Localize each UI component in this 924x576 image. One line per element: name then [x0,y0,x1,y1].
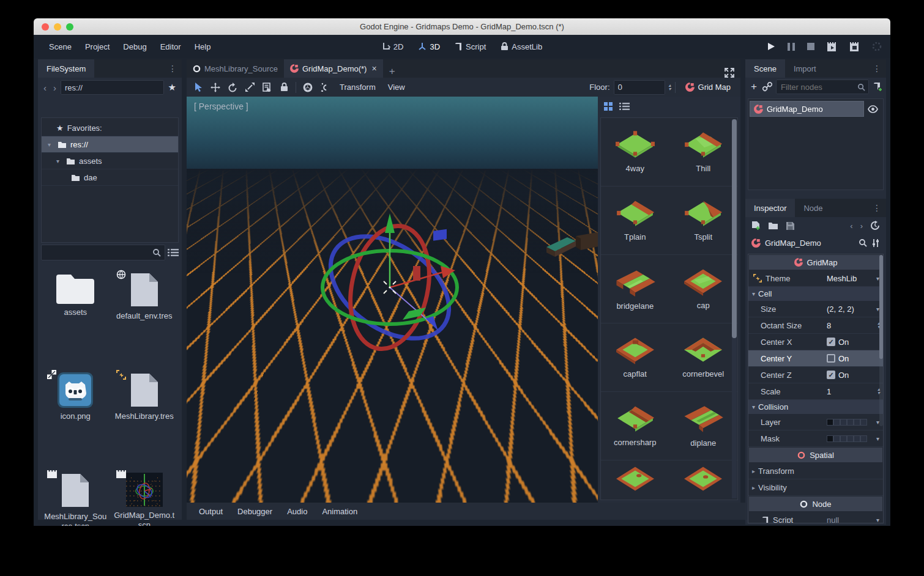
property-center-y[interactable]: Center Y On [748,350,883,367]
checkbox-checked-icon[interactable]: ✓ [827,338,835,346]
save-resource-icon[interactable] [786,221,795,231]
scene-tree-root-row[interactable]: GridMap_Demo [750,101,882,117]
pause-button[interactable] [788,43,795,51]
menu-debug[interactable]: Debug [116,42,153,51]
bottom-tab-audio[interactable]: Audio [281,507,313,516]
transform-menu[interactable]: Transform [334,83,381,92]
property-center-z[interactable]: Center Z ✓On [748,367,883,383]
file-search-input[interactable] [45,248,152,258]
file-item-meshlibrary-source[interactable]: MeshLibrary_Source.tscn [41,464,110,526]
list-select-button[interactable] [259,80,275,95]
palette-item[interactable]: cornersharp [601,392,669,460]
property-value[interactable]: (2, 2, 2) [827,305,854,314]
instance-scene-icon[interactable] [762,82,772,92]
property-value[interactable]: 1 [827,387,831,396]
tab-gridmap-demo[interactable]: GridMap_Demo(*) × [284,59,383,78]
visibility-eye-icon[interactable] [868,105,878,113]
palette-item[interactable]: Thill [669,118,738,186]
class-header-gridmap[interactable]: GridMap [749,255,882,270]
search-properties-icon[interactable] [859,238,867,247]
move-mode-button[interactable] [207,80,223,95]
play-scene-button[interactable] [827,42,837,51]
file-item-icon-png[interactable]: icon.png [41,364,110,464]
scene-tree-root-selected[interactable]: GridMap_Demo [750,101,864,117]
scene-panel-menu-icon[interactable]: ⋮ [868,64,886,73]
play-custom-scene-button[interactable] [849,42,860,51]
property-theme[interactable]: Theme MeshLib▾ [748,270,883,287]
filter-nodes-field[interactable] [776,79,869,94]
tab-filesystem[interactable]: FileSystem [38,59,94,78]
menu-project[interactable]: Project [78,42,116,51]
section-visibility[interactable]: ▸Visibility [748,479,883,496]
bottom-tab-debugger[interactable]: Debugger [231,507,278,516]
path-input[interactable] [61,80,164,95]
caret-down-icon[interactable]: ▾ [48,141,54,148]
filesystem-menu-icon[interactable]: ⋮ [163,64,182,73]
play-button[interactable] [767,42,775,51]
lock-selected-button[interactable] [276,80,292,95]
menu-scene[interactable]: Scene [42,42,78,51]
caret-down-icon[interactable]: ▾ [876,517,879,523]
tree-item-res-root[interactable]: ▾ res:// [42,136,178,153]
rotate-mode-button[interactable] [225,80,240,95]
tree-item-dae[interactable]: dae [42,169,178,186]
close-tab-icon[interactable]: × [371,64,376,73]
tab-import[interactable]: Import [785,59,825,78]
file-item-meshlibrary-tres[interactable]: MeshLibrary.tres [110,364,179,464]
palette-scrollbar-thumb[interactable] [732,119,737,338]
caret-down-icon[interactable]: ▾ [56,158,62,164]
property-size[interactable]: Size (2, 2, 2)▾ [748,301,883,317]
group-selected-button[interactable] [300,80,316,95]
scale-mode-button[interactable] [242,80,258,95]
file-item-gridmap-demo[interactable]: GridMap_Demo.tscn [110,464,179,526]
property-value[interactable]: MeshLib [827,274,857,283]
property-center-x[interactable]: Center X ✓On [748,334,883,350]
tab-node[interactable]: Node [795,199,831,217]
select-mode-button[interactable] [190,80,206,95]
gridmap-menu-button[interactable]: Grid Map [679,83,737,92]
view-menu[interactable]: View [382,83,411,92]
favorite-star-icon[interactable]: ★ [166,82,179,93]
palette-item[interactable]: cap [669,255,738,323]
tab-meshlibrary-source[interactable]: MeshLibrary_Source [187,59,284,78]
switch-3d[interactable]: 3D [418,42,440,51]
load-resource-icon[interactable] [768,221,778,230]
stop-button[interactable] [807,43,814,50]
nav-back-button[interactable]: ‹ [41,83,49,93]
floor-spin-buttons[interactable]: ▴▾ [669,84,671,91]
property-tools-icon[interactable] [871,238,880,248]
list-view-icon[interactable] [619,102,630,111]
checkbox-checked-icon[interactable]: ✓ [827,371,835,379]
tree-item-assets[interactable]: ▾ assets [42,153,178,169]
file-item-assets[interactable]: assets [41,264,110,364]
perspective-label[interactable]: [ Perspective ] [194,102,248,111]
palette-item[interactable] [669,460,738,500]
section-collision[interactable]: ▾ Collision [748,400,883,414]
property-value[interactable]: 8 [827,321,831,330]
section-transform[interactable]: ▸Transform [748,463,883,479]
caret-down-icon[interactable]: ▾ [876,435,879,442]
property-collision-mask[interactable]: Mask ▾ [748,430,883,447]
tab-inspector[interactable]: Inspector [745,199,795,217]
bottom-tab-animation[interactable]: Animation [316,507,363,516]
palette-item[interactable]: diplane [669,392,738,460]
file-item-default-env[interactable]: default_env.tres [110,264,179,364]
menu-editor[interactable]: Editor [154,42,188,51]
palette-item[interactable]: Tsplit [669,186,738,254]
object-history-icon[interactable] [870,221,880,231]
attach-script-icon[interactable] [873,82,882,92]
inspector-scrollbar-thumb[interactable] [879,255,883,359]
layer-grid-widget[interactable] [827,419,867,426]
palette-item[interactable]: Tplain [601,186,669,254]
bottom-tab-output[interactable]: Output [193,507,229,516]
distraction-free-icon[interactable] [718,68,740,78]
file-search-field[interactable] [41,245,165,260]
thumbnail-view-icon[interactable] [604,102,613,111]
tab-scene[interactable]: Scene [745,59,785,78]
property-value[interactable]: null [827,515,839,524]
palette-item[interactable]: 4way [601,118,669,186]
property-collision-layer[interactable]: Layer ▾ [748,414,883,430]
switch-assetlib[interactable]: AssetLib [501,42,542,51]
transform-gizmo[interactable] [289,193,491,382]
switch-2d[interactable]: 2D [382,42,404,51]
